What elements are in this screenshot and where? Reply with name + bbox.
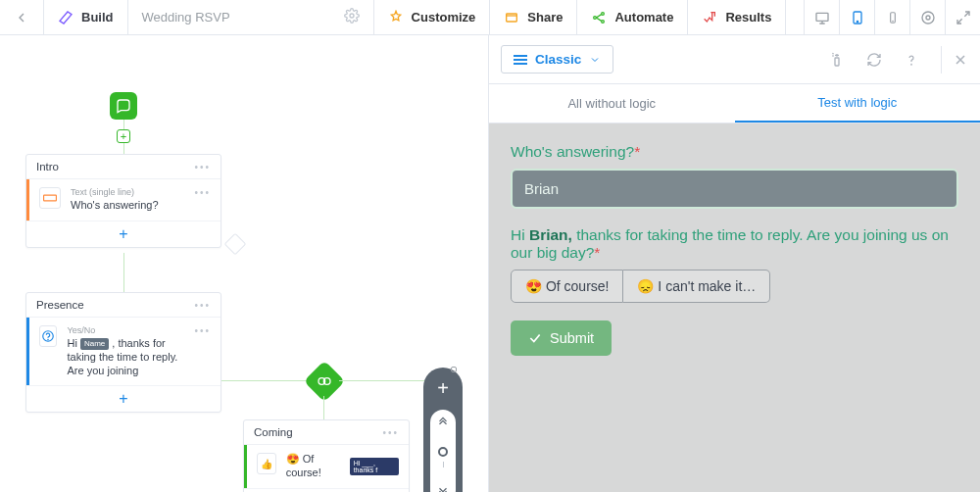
question-2-label: Hi Brian, thanks for taking the time to …: [511, 226, 958, 262]
svg-point-9: [892, 21, 893, 22]
settings-icon[interactable]: [909, 0, 945, 34]
form-name-text: Wedding RSVP: [142, 10, 230, 25]
automate-label: Automate: [614, 10, 673, 25]
card-body[interactable]: Yes/No Hi Name , thanks for taking the t…: [26, 318, 220, 385]
help-icon[interactable]: [898, 46, 925, 74]
svg-point-2: [594, 16, 597, 19]
add-field-button[interactable]: +: [26, 385, 220, 412]
card-header: Intro •••: [26, 155, 220, 179]
form-name[interactable]: Wedding RSVP: [128, 0, 374, 34]
gear-icon[interactable]: [344, 8, 360, 26]
submit-button[interactable]: Submit: [511, 320, 612, 356]
name-token: Name: [80, 338, 109, 350]
spray-icon[interactable]: [823, 46, 851, 74]
refresh-icon[interactable]: [860, 46, 888, 74]
chevron-down-icon[interactable]: [436, 483, 450, 492]
card-header: Presence •••: [26, 293, 220, 318]
editor-cursor[interactable]: [224, 233, 247, 256]
zoom-plus-icon[interactable]: +: [437, 377, 449, 400]
fullscreen-icon[interactable]: [945, 0, 980, 34]
device-switcher: [804, 0, 980, 34]
chevron-down-icon: [589, 54, 601, 66]
card-menu-icon[interactable]: •••: [194, 300, 211, 311]
card-body[interactable]: 👍 😍 Of course! Hi ___, thanks f: [244, 445, 409, 488]
tab-share[interactable]: Share: [490, 0, 577, 34]
svg-rect-19: [835, 58, 839, 66]
thumbsup-icon: 👍: [257, 453, 276, 474]
add-node-button[interactable]: +: [117, 129, 130, 143]
check-icon: [528, 331, 542, 345]
card-coming[interactable]: Coming ••• 👍 😍 Of course! Hi ___, thanks…: [243, 419, 410, 492]
start-node[interactable]: [110, 92, 137, 120]
svg-point-20: [911, 64, 912, 65]
svg-point-16: [48, 339, 49, 340]
field-type-label: Yes/No: [67, 325, 184, 335]
build-label: Build: [81, 10, 114, 25]
card-title: Intro: [36, 161, 59, 172]
preview-panel: Classic All without logic Test with logi…: [488, 35, 980, 492]
tab-build[interactable]: Build: [44, 0, 128, 34]
svg-point-7: [857, 21, 858, 22]
card-header: Coming •••: [244, 420, 409, 445]
flow-canvas[interactable]: + Intro ••• Text (single line) Who's ans…: [0, 35, 488, 492]
answer-2-options: 😍 Of course! 😞 I can't make it…: [511, 270, 958, 303]
svg-point-0: [350, 14, 354, 18]
tab-all-without-logic[interactable]: All without logic: [489, 84, 735, 123]
top-toolbar: Build Wedding RSVP Customize Share Autom…: [0, 0, 980, 35]
option-no[interactable]: 😞 I can't make it…: [623, 270, 770, 303]
add-field-button[interactable]: +: [244, 488, 409, 493]
back-button[interactable]: [0, 0, 44, 34]
svg-rect-14: [44, 195, 57, 201]
answer-1-input[interactable]: [511, 169, 958, 209]
device-tablet[interactable]: [839, 0, 874, 34]
field-question: Who's answering?: [71, 199, 159, 211]
classic-label: Classic: [535, 52, 581, 67]
field-menu-icon[interactable]: •••: [194, 325, 211, 377]
field-type-label: Text (single line): [71, 187, 159, 197]
answer-chip: Hi ___, thanks f: [350, 458, 399, 475]
answer-text: 😍 Of course!: [286, 453, 344, 480]
connector-line: [123, 253, 124, 292]
card-title: Presence: [36, 299, 84, 311]
field-menu-icon[interactable]: •••: [194, 187, 211, 213]
results-label: Results: [725, 10, 771, 25]
add-field-button[interactable]: +: [26, 221, 220, 247]
zoom-control[interactable]: +: [423, 368, 463, 492]
yesno-icon: [39, 325, 57, 347]
required-star: *: [634, 143, 640, 160]
tab-test-with-logic[interactable]: Test with logic: [735, 84, 981, 123]
branch-node[interactable]: [304, 361, 345, 402]
option-yes[interactable]: 😍 Of course!: [511, 270, 623, 303]
connector-line: [221, 380, 313, 381]
chevron-up-icon[interactable]: [436, 416, 450, 429]
device-desktop[interactable]: [804, 0, 839, 34]
preview-toolbar: Classic: [489, 35, 980, 84]
tab-results[interactable]: Results: [688, 0, 786, 34]
card-intro[interactable]: Intro ••• Text (single line) Who's answe…: [25, 154, 221, 248]
share-label: Share: [527, 10, 563, 25]
zoom-handle[interactable]: [438, 447, 448, 457]
preview-tabs: All without logic Test with logic: [489, 84, 980, 123]
card-menu-icon[interactable]: •••: [382, 427, 399, 438]
zoom-grip-icon: [451, 367, 457, 372]
svg-point-10: [926, 16, 930, 20]
connector-line: [323, 396, 324, 419]
text-field-icon: [39, 187, 61, 209]
device-phone[interactable]: [874, 0, 909, 34]
card-presence[interactable]: Presence ••• Yes/No Hi Name , thanks for…: [25, 292, 221, 413]
svg-point-11: [922, 12, 934, 24]
tab-customize[interactable]: Customize: [374, 0, 491, 34]
submit-label: Submit: [550, 330, 594, 346]
layout-classic-button[interactable]: Classic: [501, 45, 613, 74]
card-body[interactable]: Text (single line) Who's answering? •••: [26, 179, 220, 221]
svg-point-4: [602, 20, 605, 23]
respondent-name: Brian,: [529, 226, 572, 243]
svg-point-3: [602, 12, 605, 15]
close-icon[interactable]: [941, 46, 968, 74]
menu-lines-icon: [514, 55, 527, 65]
field-question: Hi Name , thanks for taking the time to …: [67, 337, 177, 376]
zoom-knob[interactable]: [430, 410, 456, 492]
svg-rect-1: [507, 14, 517, 22]
tab-automate[interactable]: Automate: [577, 0, 688, 34]
card-menu-icon[interactable]: •••: [194, 162, 211, 172]
